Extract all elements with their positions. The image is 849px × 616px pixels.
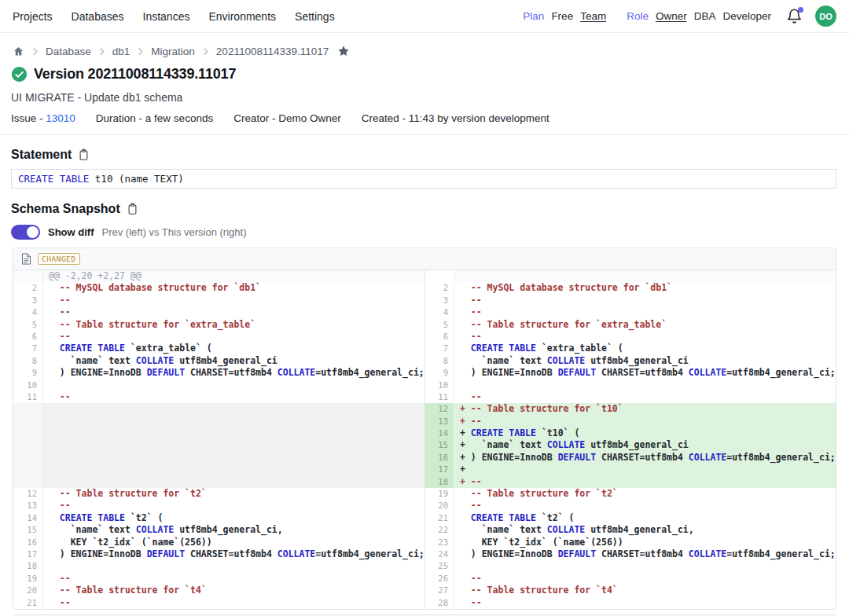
line-number: 15 xyxy=(424,439,454,451)
code-line: -- xyxy=(43,331,424,343)
code-line xyxy=(43,403,424,415)
line-number: 28 xyxy=(424,597,454,609)
upgrade-team-link[interactable]: Team xyxy=(580,10,606,22)
chevron-right-icon xyxy=(202,47,209,56)
avatar[interactable]: DO xyxy=(815,6,836,27)
diff-row: 13+ -- xyxy=(13,416,836,427)
breadcrumb-item-migration[interactable]: Migration xyxy=(151,46,195,57)
code-line: -- xyxy=(454,500,836,512)
code-line xyxy=(43,439,424,451)
code-line: CREATE TABLE `t2` ( xyxy=(454,512,836,524)
role-owner-link[interactable]: Owner xyxy=(656,10,687,22)
role-dba: DBA xyxy=(694,10,716,22)
code-line: -- Table structure for `t4` xyxy=(454,585,836,596)
issue-link[interactable]: 13010 xyxy=(46,112,75,124)
line-number: 8 xyxy=(13,355,43,367)
code-line: CREATE TABLE `extra_table` ( xyxy=(454,343,836,354)
line-number: 16 xyxy=(13,537,43,548)
line-number: 19 xyxy=(424,488,454,500)
creator-meta: Creator - Demo Owner xyxy=(233,112,341,124)
code-line xyxy=(43,464,424,475)
line-number: 4 xyxy=(13,306,43,318)
line-number: 9 xyxy=(424,367,454,379)
code-line: @@ -2,20 +2,27 @@ xyxy=(43,270,424,282)
line-number: 26 xyxy=(424,573,454,585)
diff-row: 15+ `name` text COLLATE utf8mb4_general_… xyxy=(13,439,836,451)
line-number: 23 xyxy=(424,537,454,548)
code-line: -- MySQL database structure for `db1` xyxy=(43,282,424,294)
issue-meta: Issue - 13010 xyxy=(11,112,75,124)
line-number: 6 xyxy=(13,331,43,343)
line-number: 15 xyxy=(13,524,43,536)
line-number: 20 xyxy=(424,500,454,512)
diff-row: 20 -- Table structure for `t4`27 -- Tabl… xyxy=(13,585,836,596)
code-line: ) ENGINE=InnoDB DEFAULT CHARSET=utf8mb4 … xyxy=(43,367,424,379)
main-nav: Projects Databases Instances Environment… xyxy=(13,10,335,23)
code-line xyxy=(43,476,424,488)
diff-row: 12 -- Table structure for `t2`19 -- Tabl… xyxy=(13,488,836,500)
page-title: Version 20211008114339.11017 xyxy=(34,66,236,82)
line-number: 27 xyxy=(424,585,454,596)
home-icon[interactable] xyxy=(13,46,24,57)
diff-row: 16+ ) ENGINE=InnoDB DEFAULT CHARSET=utf8… xyxy=(13,452,836,464)
code-line: `name` text COLLATE utf8mb4_general_ci, xyxy=(454,524,836,536)
statement-heading: Statement xyxy=(11,148,72,162)
snapshot-heading: Schema Snapshot xyxy=(11,202,120,216)
nav-item-environments[interactable]: Environments xyxy=(208,10,276,23)
line-number: 2 xyxy=(13,282,43,294)
copy-snapshot-button[interactable] xyxy=(127,203,138,215)
nav-item-instances[interactable]: Instances xyxy=(143,10,190,23)
role-developer: Developer xyxy=(722,10,771,22)
show-diff-toggle[interactable] xyxy=(11,225,40,240)
code-line: + CREATE TABLE `t10` ( xyxy=(454,427,836,439)
statement-sql: CREATE TABLE t10 (name TEXT) xyxy=(11,169,836,189)
nav-item-databases[interactable]: Databases xyxy=(72,10,124,23)
line-number: 6 xyxy=(424,331,454,343)
breadcrumb-item-database[interactable]: Database xyxy=(46,46,91,57)
code-line: -- Table structure for `t4` xyxy=(43,585,424,596)
diff-row: 3 --3 -- xyxy=(13,295,836,306)
notification-bell-button[interactable] xyxy=(786,8,803,25)
statement-section-header: Statement xyxy=(0,135,849,162)
diff-row: 2 -- MySQL database structure for `db1`2… xyxy=(13,282,836,294)
nav-item-projects[interactable]: Projects xyxy=(13,10,53,23)
line-number: 21 xyxy=(13,597,43,609)
copy-statement-button[interactable] xyxy=(78,148,90,161)
code-line: + `name` text COLLATE utf8mb4_general_ci xyxy=(454,439,836,451)
code-line: ) ENGINE=InnoDB DEFAULT CHARSET=utf8mb4 … xyxy=(454,367,836,379)
breadcrumb-item-db1[interactable]: db1 xyxy=(112,46,130,57)
line-number: 5 xyxy=(424,319,454,331)
line-number: 20 xyxy=(13,585,43,596)
code-line: ) ENGINE=InnoDB DEFAULT CHARSET=utf8mb4 … xyxy=(43,548,424,560)
code-line: + -- Table structure for `t10` xyxy=(454,403,836,415)
diff-row: 13 --20 -- xyxy=(13,500,836,512)
toggle-knob xyxy=(27,226,39,238)
breadcrumb: Database db1 Migration 20211008114339.11… xyxy=(0,33,849,58)
code-line: -- Table structure for `t2` xyxy=(43,488,424,500)
clipboard-icon xyxy=(78,148,90,161)
nav-item-settings[interactable]: Settings xyxy=(295,10,335,23)
line-number: 13 xyxy=(424,416,454,427)
code-line: -- Table structure for `extra_table` xyxy=(454,319,836,331)
diff-row: 8 `name` text COLLATE utf8mb4_general_ci… xyxy=(13,355,836,367)
code-line: -- xyxy=(454,295,836,306)
line-number: 12 xyxy=(424,403,454,415)
line-number xyxy=(13,270,43,282)
diff-row: 6 --6 -- xyxy=(13,331,836,343)
favorite-star-icon[interactable] xyxy=(337,45,350,57)
breadcrumb-item-version[interactable]: 20211008114339.11017 xyxy=(216,46,329,57)
chevron-right-icon xyxy=(31,47,39,56)
line-number: 9 xyxy=(13,367,43,379)
diff-row: 1010 xyxy=(13,380,836,391)
code-line: -- Table structure for `t2` xyxy=(454,488,836,500)
code-line: CREATE TABLE `extra_table` ( xyxy=(43,343,424,354)
line-number: 2 xyxy=(424,282,454,294)
code-line: -- xyxy=(43,597,424,609)
code-line: -- xyxy=(454,597,836,609)
line-number xyxy=(424,270,454,282)
line-number xyxy=(13,403,43,415)
diff-row: 1825 xyxy=(13,560,836,572)
diff-row: 18+ -- xyxy=(13,476,836,488)
sql-keyword: CREATE TABLE xyxy=(18,173,89,185)
code-line xyxy=(43,380,424,391)
